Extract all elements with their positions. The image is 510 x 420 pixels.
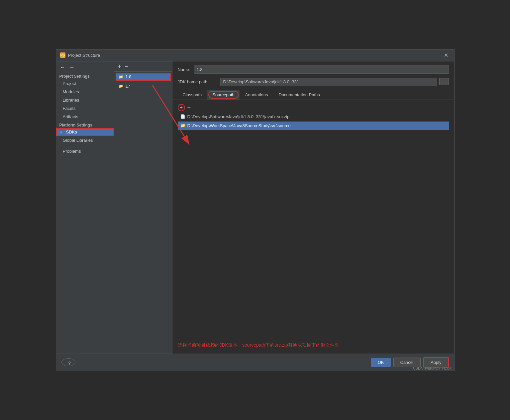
nav-back-button[interactable]: ← [59, 64, 67, 71]
content-area: + − 📄 D:\Develop\Software\Java\jdk1.8.0_… [172, 100, 454, 354]
sidebar-item-libraries[interactable]: Libraries [56, 96, 114, 104]
tab-documentation-paths[interactable]: Documentation Paths [273, 90, 325, 99]
jdk-browse-button[interactable]: ... [439, 78, 449, 85]
tab-classpath[interactable]: Classpath [178, 90, 207, 99]
sidebar-item-facets[interactable]: Facets [56, 104, 114, 113]
path-toolbar: + − [178, 103, 449, 113]
annotation-text: 选择当前项目依赖的JDK版本，sourcepath下的src.zip替换成项目下… [178, 337, 449, 351]
sidebar-item-project[interactable]: Project [56, 79, 114, 88]
sidebar-item-sdks[interactable]: ■ SDKs [56, 128, 114, 136]
name-input[interactable] [194, 65, 449, 74]
nav-forward-button[interactable]: → [68, 64, 76, 71]
path-add-button[interactable]: + [178, 104, 185, 111]
tab-sourcepath[interactable]: Sourcepath [207, 90, 240, 100]
jdk-label: JDK home path: [178, 79, 218, 84]
tabs-row: Classpath Sourcepath Annotations Documen… [172, 89, 454, 100]
sdk-item-1.8[interactable]: 📁 1.8 [116, 73, 171, 81]
help-button[interactable]: ? [61, 358, 75, 366]
close-button[interactable]: ✕ [442, 51, 450, 59]
jdk-path-input[interactable] [220, 78, 437, 86]
cancel-button[interactable]: Cancel [393, 358, 421, 367]
folder-icon: 📁 [180, 123, 185, 128]
dialog-title: Project Structure [68, 53, 442, 58]
sidebar: ← → Project Settings Project Modules Lib… [56, 61, 114, 354]
app-icon: PS [60, 52, 65, 58]
sidebar-item-global-libraries[interactable]: Global Libraries [56, 136, 114, 144]
right-panel: Name: JDK home path: ... Classpath Sourc… [172, 61, 454, 354]
project-structure-dialog: PS Project Structure ✕ ← → Project Setti… [56, 49, 455, 371]
tab-annotations[interactable]: Annotations [240, 90, 273, 99]
sdk-add-button[interactable]: + [117, 63, 123, 69]
watermark: CSDN @grumpy_rabbit [413, 366, 452, 370]
path-remove-button[interactable]: − [186, 105, 192, 111]
sdk-folder-icon-1.8: 📁 [118, 74, 124, 80]
sidebar-item-modules[interactable]: Modules [56, 88, 114, 96]
ok-button[interactable]: OK [371, 358, 391, 367]
bottom-bar: ? OK Cancel Apply [56, 354, 454, 371]
sidebar-item-problems[interactable]: Problems [56, 147, 114, 155]
sdk-list-panel: + − 📁 1.8 📁 17 [114, 61, 172, 354]
sdk-remove-button[interactable]: − [124, 63, 129, 69]
main-content: ← → Project Settings Project Modules Lib… [56, 61, 454, 354]
sdk-item-17[interactable]: 📁 17 [116, 82, 171, 90]
nav-toolbar: ← → [56, 63, 114, 72]
platform-settings-label: Platform Settings [56, 121, 114, 128]
jdk-row: JDK home path: ... [172, 76, 454, 89]
name-row: Name: [172, 61, 454, 76]
path-item-1[interactable]: 📄 D:\Develop\Software\Java\jdk1.8.0_331\… [178, 113, 449, 121]
sdks-icon: ■ [59, 129, 64, 135]
sdk-toolbar: + − [114, 61, 172, 72]
titlebar: PS Project Structure ✕ [56, 49, 454, 61]
project-settings-label: Project Settings [56, 72, 114, 79]
path-item-2[interactable]: 📁 D:\Develop\WorkSpace\Java8SourceStudy\… [178, 122, 449, 130]
sidebar-item-artifacts[interactable]: Artifacts [56, 113, 114, 121]
zip-icon: 📄 [180, 114, 185, 119]
name-label: Name: [178, 67, 191, 72]
path-list: 📄 D:\Develop\Software\Java\jdk1.8.0_331\… [178, 113, 449, 337]
sdk-folder-icon-17: 📁 [118, 84, 124, 89]
